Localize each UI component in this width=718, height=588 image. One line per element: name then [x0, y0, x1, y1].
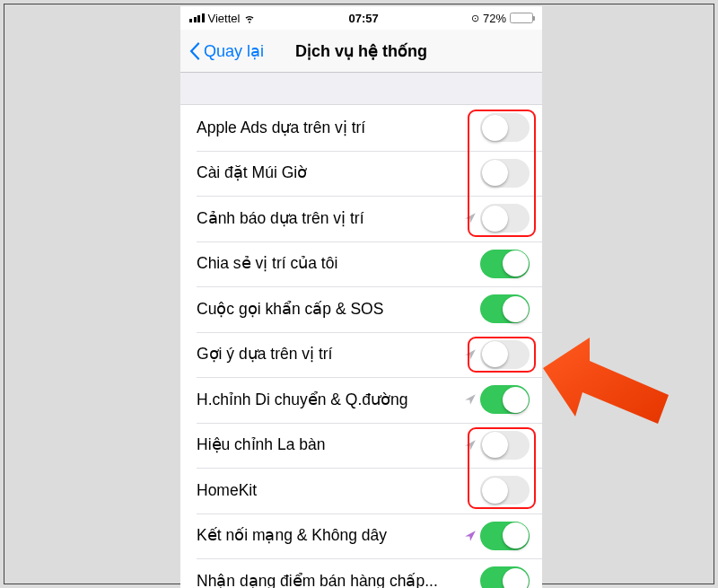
- phone-screen: Viettel 07:57 ⊙ 72% Quay lại Dịch vụ hệ …: [180, 6, 542, 588]
- row-label: Apple Ads dựa trên vị trí: [197, 118, 480, 137]
- settings-row: Hiệu chỉnh La bàn: [180, 423, 542, 469]
- clock: 07:57: [349, 12, 379, 25]
- row-label: Hiệu chỉnh La bàn: [197, 435, 464, 454]
- location-arrow-icon: [464, 393, 477, 406]
- row-label: Chia sẻ vị trí của tôi: [197, 254, 480, 273]
- settings-row: Apple Ads dựa trên vị trí: [180, 105, 542, 151]
- toggle-switch[interactable]: [480, 385, 530, 414]
- toggle-switch[interactable]: [480, 431, 530, 460]
- row-label: H.chỉnh Di chuyển & Q.đường: [197, 391, 464, 409]
- section-spacer: [180, 73, 542, 105]
- toggle-switch[interactable]: [480, 476, 530, 505]
- toggle-switch[interactable]: [480, 566, 530, 588]
- settings-row: Cuộc gọi khẩn cấp & SOS: [180, 286, 542, 332]
- toggle-switch[interactable]: [480, 113, 530, 142]
- settings-row: HomeKit: [180, 468, 542, 513]
- location-arrow-icon: [464, 530, 477, 542]
- location-arrow-icon: [464, 439, 477, 452]
- row-label: Gợi ý dựa trên vị trí: [197, 345, 464, 364]
- annotation-arrow-icon: [525, 332, 673, 449]
- carrier-label: Viettel: [208, 12, 241, 25]
- cellular-signal-icon: [189, 13, 205, 22]
- status-bar: Viettel 07:57 ⊙ 72%: [180, 6, 542, 30]
- settings-row: Cảnh báo dựa trên vị trí: [180, 196, 542, 241]
- row-label: Cảnh báo dựa trên vị trí: [197, 209, 464, 228]
- toggle-switch[interactable]: [480, 204, 530, 233]
- toggle-switch[interactable]: [480, 294, 530, 323]
- settings-list: Apple Ads dựa trên vị tríCài đặt Múi Giờ…: [180, 105, 542, 588]
- toggle-switch[interactable]: [480, 250, 530, 278]
- row-label: HomeKit: [197, 481, 480, 500]
- nav-bar: Quay lại Dịch vụ hệ thống: [180, 30, 542, 73]
- row-label: Cuộc gọi khẩn cấp & SOS: [197, 300, 480, 319]
- toggle-switch[interactable]: [480, 159, 530, 188]
- toggle-switch[interactable]: [480, 340, 530, 369]
- battery-percent: 72%: [483, 12, 506, 25]
- battery-icon: [510, 13, 533, 23]
- location-arrow-icon: [464, 348, 477, 361]
- settings-row: Gợi ý dựa trên vị trí: [180, 332, 542, 378]
- settings-row: Cài đặt Múi Giờ: [180, 151, 542, 197]
- row-label: Cài đặt Múi Giờ: [197, 163, 480, 182]
- wifi-icon: [243, 12, 256, 24]
- battery-saver-icon: ⊙: [471, 13, 479, 24]
- row-label: Kết nối mạng & Không dây: [197, 526, 464, 545]
- row-label: Nhận dạng điểm bán hàng chấp...: [197, 572, 480, 588]
- back-label: Quay lại: [204, 41, 264, 61]
- chevron-left-icon: [188, 41, 200, 61]
- settings-row: H.chỉnh Di chuyển & Q.đường: [180, 377, 542, 423]
- settings-row: Chia sẻ vị trí của tôi: [180, 241, 542, 287]
- settings-row: Nhận dạng điểm bán hàng chấp...: [180, 558, 542, 588]
- toggle-switch[interactable]: [480, 522, 530, 550]
- location-arrow-icon: [464, 212, 477, 224]
- back-button[interactable]: Quay lại: [180, 41, 264, 61]
- settings-row: Kết nối mạng & Không dây: [180, 513, 542, 559]
